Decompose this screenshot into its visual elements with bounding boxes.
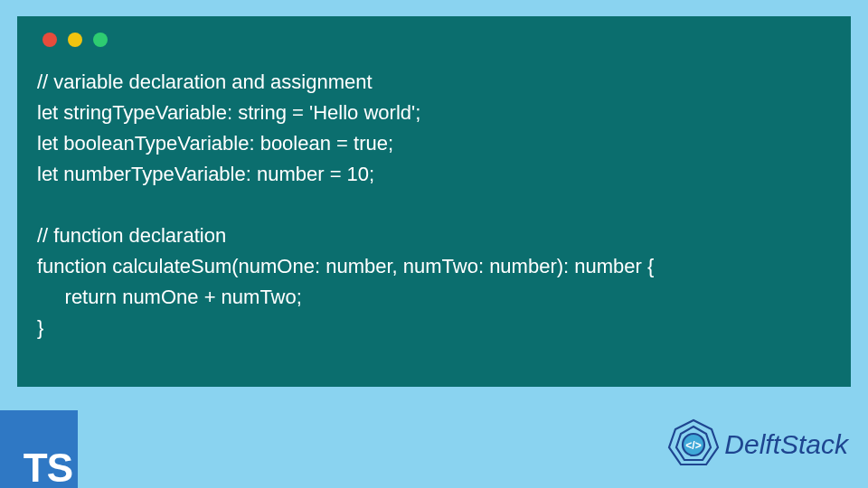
- window-traffic-lights: [37, 33, 831, 47]
- brand-name: DelftStack: [724, 429, 848, 460]
- brand-logo: </> DelftStack: [666, 418, 848, 472]
- code-line: return numOne + numTwo;: [37, 286, 302, 308]
- code-line: let stringTypeVariable: string = 'Hello …: [37, 101, 420, 124]
- code-line: function calculateSum(numOne: number, nu…: [37, 255, 654, 277]
- typescript-badge-text: TS: [24, 448, 72, 488]
- svg-text:</>: </>: [686, 439, 702, 452]
- maximize-icon: [93, 33, 108, 47]
- code-line: let numberTypeVariable: number = 10;: [37, 163, 374, 185]
- code-line: }: [37, 316, 43, 339]
- brand-emblem-icon: </>: [666, 418, 721, 472]
- close-icon: [42, 33, 57, 47]
- code-line: // variable declaration and assignment: [37, 70, 373, 93]
- code-line: // function declaration: [37, 224, 226, 247]
- typescript-badge: TS: [0, 410, 78, 488]
- minimize-icon: [68, 33, 82, 47]
- code-block: // variable declaration and assignment l…: [37, 67, 831, 343]
- code-line: let booleanTypeVariable: boolean = true;: [37, 132, 393, 155]
- code-panel: // variable declaration and assignment l…: [17, 16, 851, 387]
